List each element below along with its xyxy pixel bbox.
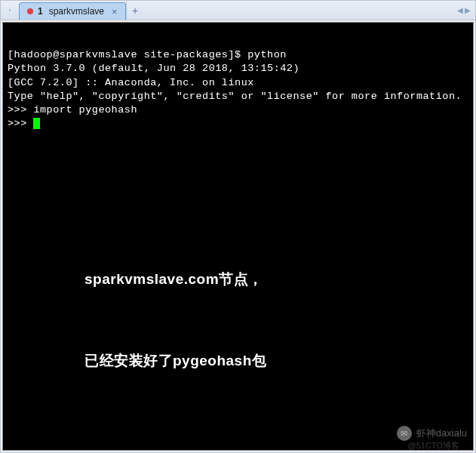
nav-right-icon[interactable]: ▶ [465, 6, 471, 14]
window-frame: ◦ 1 sparkvmslave × + ◀ ▶ [hadoop@sparkvm… [0, 0, 476, 453]
terminal-prompt: >>> [8, 118, 33, 129]
cursor-icon [33, 118, 40, 129]
terminal-line: Type "help", "copyright", "credits" or "… [8, 91, 462, 102]
tab-status-icon [27, 8, 33, 14]
tab-sparkvmslave[interactable]: 1 sparkvmslave × [19, 2, 126, 20]
watermark-sub: @51CTO博客 [408, 440, 459, 451]
terminal-line: [GCC 7.2.0] :: Anaconda, Inc. on linux [8, 77, 254, 88]
tab-bar: ◦ 1 sparkvmslave × + ◀ ▶ [1, 1, 475, 20]
annotation-line-2: 已经安装好了pygeohash包 [84, 347, 266, 374]
annotation-overlay: sparkvmslave.com节点， 已经安装好了pygeohash包 [84, 211, 266, 430]
nav-left-icon[interactable]: ◀ [457, 6, 463, 14]
tab-nav-arrows: ◀ ▶ [457, 1, 471, 20]
tab-title: sparkvmslave [49, 6, 104, 17]
terminal-line: >>> import pygeohash [8, 104, 137, 116]
terminal-line: [hadoop@sparkvmslave site-packages]$ pyt… [8, 49, 287, 60]
watermark-name: 虾神daxialu [416, 427, 467, 440]
terminal-viewport[interactable]: [hadoop@sparkvmslave site-packages]$ pyt… [2, 22, 474, 451]
terminal-line: Python 3.7.0 (default, Jun 28 2018, 13:1… [8, 63, 299, 74]
close-icon[interactable]: × [112, 6, 118, 17]
wechat-icon: ✉ [397, 426, 412, 441]
annotation-line-1: sparkvmslave.com节点， [84, 266, 266, 293]
tab-index: 1 [38, 6, 43, 17]
tab-leading-icon: ◦ [1, 1, 19, 20]
add-tab-button[interactable]: + [126, 1, 144, 20]
watermark: ✉ 虾神daxialu [397, 426, 467, 441]
